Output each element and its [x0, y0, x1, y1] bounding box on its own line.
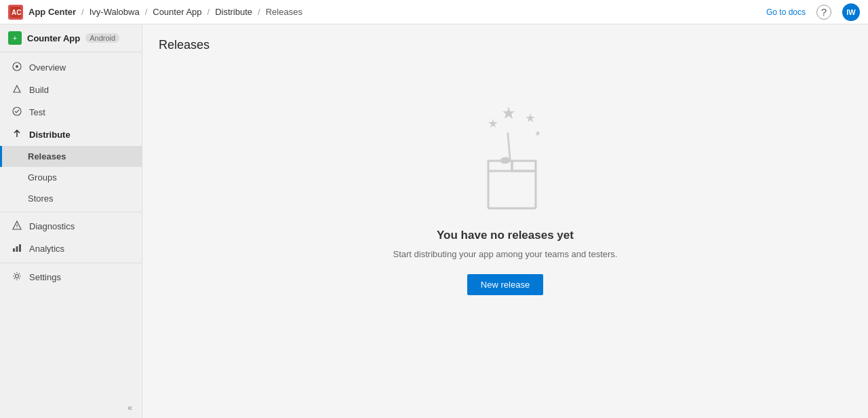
sidebar-label-analytics: Analytics	[29, 244, 64, 254]
empty-state-illustration: ♩	[451, 93, 559, 215]
empty-state-title: You have no releases yet	[437, 229, 574, 242]
user-avatar[interactable]: IW	[842, 3, 860, 21]
sidebar-item-diagnostics[interactable]: Diagnostics	[0, 215, 142, 238]
breadcrumb-releases: Releases	[266, 7, 302, 17]
svg-point-5	[13, 107, 21, 115]
svg-text:♩: ♩	[494, 126, 517, 173]
analytics-icon	[12, 243, 22, 254]
breadcrumb-ivy[interactable]: Ivy-Walobwa	[90, 7, 140, 17]
svg-marker-14	[526, 113, 535, 122]
sidebar-item-distribute[interactable]: Distribute	[0, 124, 142, 146]
breadcrumb-sep-4: /	[258, 7, 260, 17]
settings-icon	[12, 271, 22, 283]
sidebar-label-overview: Overview	[29, 62, 66, 73]
empty-state: ♩ You have no releases yet Start distrib…	[159, 93, 852, 295]
sidebar-item-test[interactable]: Test	[0, 101, 142, 124]
svg-point-12	[16, 275, 19, 278]
svg-marker-16	[535, 130, 540, 136]
sidebar-item-analytics[interactable]: Analytics	[0, 238, 142, 260]
build-icon	[12, 84, 22, 96]
svg-rect-18	[488, 171, 536, 208]
svg-marker-13	[502, 107, 515, 119]
empty-state-svg: ♩	[451, 93, 559, 215]
sidebar-item-overview[interactable]: Overview	[0, 56, 142, 79]
sidebar-item-stores[interactable]: Stores	[0, 188, 142, 209]
overview-icon	[12, 62, 22, 73]
svg-point-3	[16, 65, 18, 68]
svg-marker-4	[14, 86, 20, 92]
app-center-logo: AC	[8, 5, 23, 20]
svg-rect-10	[16, 246, 18, 252]
empty-state-subtitle: Start distributing your app among your t…	[393, 249, 618, 259]
distribute-icon	[12, 129, 22, 140]
breadcrumb-sep-2: /	[145, 7, 148, 17]
go-to-docs-link[interactable]: Go to docs	[766, 7, 806, 17]
main-content: Releases ♩	[142, 24, 868, 418]
app-center-label[interactable]: App Center	[28, 7, 76, 17]
breadcrumb-sep-3: /	[208, 7, 210, 17]
sidebar-divider-2	[0, 263, 142, 263]
sidebar-app-header: + Counter App Android	[0, 24, 142, 52]
sidebar-collapse-button[interactable]: «	[0, 398, 142, 418]
sidebar: + Counter App Android Overview	[0, 24, 142, 418]
sidebar-label-build: Build	[29, 85, 49, 95]
collapse-icon: «	[127, 403, 132, 413]
sidebar-label-test: Test	[29, 107, 45, 117]
svg-rect-9	[13, 248, 15, 252]
svg-point-8	[16, 227, 17, 228]
test-icon	[12, 107, 22, 118]
sidebar-item-settings[interactable]: Settings	[0, 266, 142, 288]
sidebar-label-groups: Groups	[28, 172, 57, 183]
layout: + Counter App Android Overview	[0, 24, 868, 418]
sidebar-app-name: Counter App	[27, 33, 80, 43]
sidebar-label-diagnostics: Diagnostics	[29, 221, 75, 231]
sidebar-label-settings: Settings	[29, 272, 61, 282]
page-title: Releases	[159, 38, 852, 52]
sidebar-app-platform: Android	[85, 33, 119, 43]
topbar: AC App Center / Ivy-Walobwa / Counter Ap…	[0, 0, 868, 24]
topbar-right: Go to docs ? IW	[766, 3, 860, 21]
sidebar-item-groups[interactable]: Groups	[0, 167, 142, 188]
help-button[interactable]: ?	[816, 5, 831, 20]
breadcrumb-sep-1: /	[81, 7, 84, 17]
svg-text:AC: AC	[12, 9, 21, 16]
breadcrumb-distribute[interactable]: Distribute	[215, 7, 252, 17]
sidebar-label-stores: Stores	[28, 193, 54, 204]
sidebar-divider-1	[0, 212, 142, 212]
svg-rect-11	[19, 244, 21, 252]
sidebar-item-releases[interactable]: Releases	[0, 146, 142, 167]
new-release-button[interactable]: New release	[467, 274, 543, 295]
sidebar-nav: Overview Build Test	[0, 52, 142, 398]
sidebar-item-build[interactable]: Build	[0, 79, 142, 101]
diagnostics-icon	[12, 221, 22, 232]
sidebar-label-distribute: Distribute	[29, 130, 71, 140]
sidebar-label-releases: Releases	[28, 151, 66, 162]
breadcrumb-counter-app[interactable]: Counter App	[153, 7, 201, 17]
add-app-icon[interactable]: +	[8, 31, 22, 45]
